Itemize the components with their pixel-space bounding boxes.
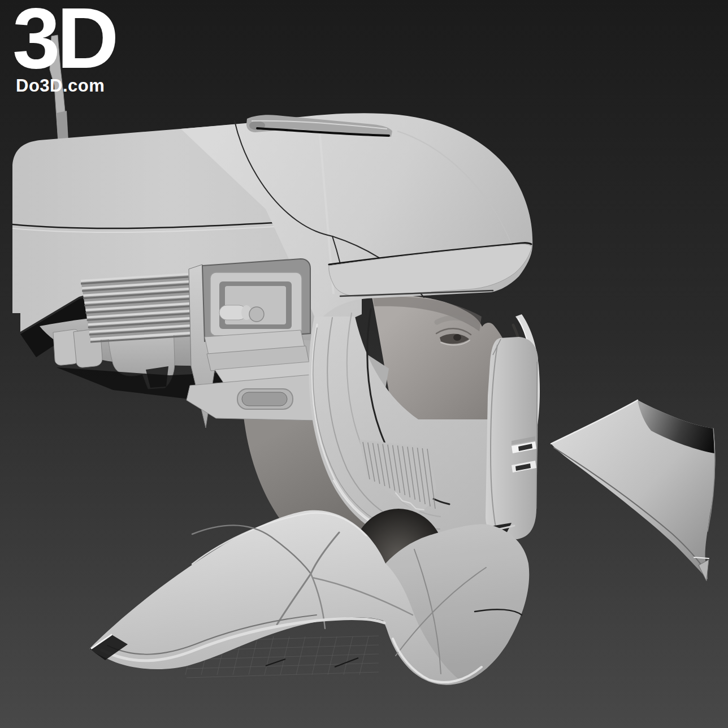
grid-line (265, 636, 274, 675)
antenna-base (57, 111, 68, 142)
grid-line (359, 636, 369, 675)
round-button (249, 307, 264, 322)
grid-line (249, 636, 258, 675)
iris (453, 334, 461, 341)
chin-mask (486, 314, 540, 539)
logo-3d: 3D (12, 0, 115, 80)
helmet-3d-render (0, 0, 728, 728)
detached-band-part (551, 400, 715, 581)
grid-line (280, 636, 289, 675)
vent-grille (81, 274, 199, 342)
grid-axis-segment (335, 658, 358, 667)
grid-line (187, 663, 379, 669)
neck-seal-collar (89, 510, 529, 685)
grid-line (344, 636, 353, 675)
oval-slot (242, 392, 287, 406)
site-url: Do3D.com (16, 76, 115, 96)
grid-line (296, 636, 305, 675)
watermark: 3D Do3D.com (12, 0, 115, 96)
render-viewport: 3D Do3D.com (0, 0, 728, 728)
grid-line (187, 672, 379, 678)
